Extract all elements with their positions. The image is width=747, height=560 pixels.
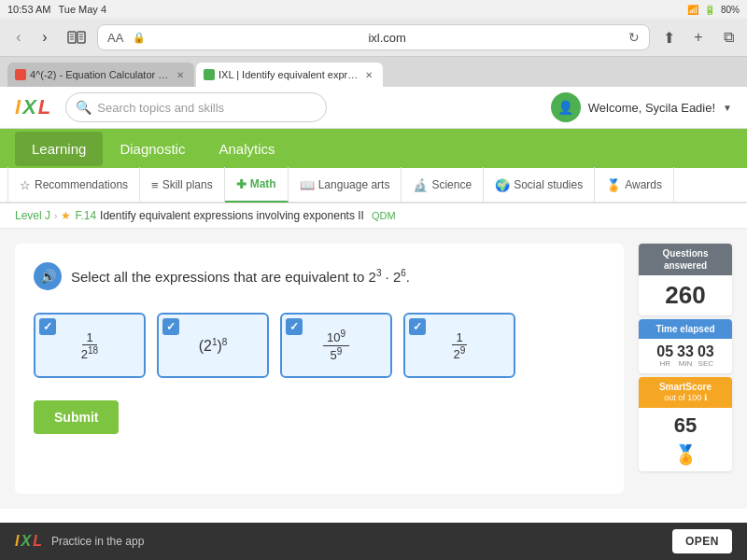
breadcrumb-sep-1: › xyxy=(54,211,57,221)
battery-level: 80% xyxy=(721,5,740,15)
fraction-1-num: 1 xyxy=(82,330,96,346)
choice-2[interactable]: ✓ (21)8 xyxy=(157,313,269,378)
choice-4-math: 1 29 xyxy=(450,329,470,363)
language-arts-icon: 📖 xyxy=(300,178,315,192)
browser-nav-buttons: ‹ › xyxy=(7,26,56,49)
tab-ixl-label: IXL | Identify equivalent expressions in… xyxy=(218,69,359,80)
breadcrumb-skill-id[interactable]: F.14 xyxy=(75,209,96,222)
smartscore-sublabel: out of 100 ℹ xyxy=(644,393,726,404)
open-button[interactable]: OPEN xyxy=(672,529,732,553)
choice-1[interactable]: ✓ 1 218 xyxy=(34,313,146,378)
question-area: 🔊 Select all the expressions that are eq… xyxy=(15,244,624,494)
nav-learning[interactable]: Learning xyxy=(15,132,103,166)
breadcrumb: Level J › ★ F.14 Identify equivalent exp… xyxy=(0,203,747,229)
bottom-practice-text: Practice in the app xyxy=(51,535,144,548)
subnav-language-arts-label: Language arts xyxy=(318,178,390,191)
subnav-skill-plans-label: Skill plans xyxy=(162,178,213,191)
social-studies-icon: 🌍 xyxy=(495,178,510,192)
refresh-icon[interactable]: ↻ xyxy=(628,30,640,45)
subnav-language-arts[interactable]: 📖 Language arts xyxy=(289,167,402,203)
status-bar-right: 📶 🔋 80% xyxy=(687,5,740,15)
time-elapsed-row: 05 HR 33 MIN 03 SEC xyxy=(639,339,732,373)
breadcrumb-skill-name: Identify equivalent expressions involvin… xyxy=(100,209,364,222)
nav-analytics[interactable]: Analytics xyxy=(202,132,291,166)
skill-plans-icon: ≡ xyxy=(151,178,159,192)
questions-answered-box: Questions answered 260 xyxy=(639,244,732,315)
forward-button[interactable]: › xyxy=(34,26,56,49)
smartscore-value: 65 xyxy=(639,408,732,443)
tabs-button[interactable]: ⧉ xyxy=(717,26,740,49)
subnav-math[interactable]: ✚ Math xyxy=(225,167,289,203)
smartscore-label: SmartScore xyxy=(644,381,726,393)
choice-4-check: ✓ xyxy=(409,318,426,335)
back-button[interactable]: ‹ xyxy=(7,26,30,49)
tab-symbolab[interactable]: 4^(-2) - Equation Calculator - Symbolab … xyxy=(7,63,194,87)
breadcrumb-star-icon: ★ xyxy=(61,209,71,222)
choice-3[interactable]: ✓ 109 59 xyxy=(280,313,392,378)
lock-icon: 🔒 xyxy=(133,32,146,44)
smartscore-info-icon[interactable]: ℹ xyxy=(704,393,707,402)
questions-answered-value: 260 xyxy=(639,275,732,315)
time-seconds-value: 03 xyxy=(698,344,714,359)
search-icon: 🔍 xyxy=(76,100,92,115)
subnav-recommendations[interactable]: ☆ Recommendations xyxy=(7,167,140,203)
subnav-recommendations-label: Recommendations xyxy=(35,178,128,191)
recommendations-icon: ☆ xyxy=(20,178,31,192)
tab-ixl-close[interactable]: ✕ xyxy=(362,68,375,81)
choice-4[interactable]: ✓ 1 29 xyxy=(403,313,515,378)
nav-bar: Learning Diagnostic Analytics xyxy=(0,129,747,168)
battery-icon: 🔋 xyxy=(704,5,715,15)
fraction-3-den: 59 xyxy=(327,346,346,363)
bottom-bar: IXL Practice in the app OPEN xyxy=(0,523,747,560)
tab-symbolab-close[interactable]: ✕ xyxy=(174,68,187,81)
user-dropdown-arrow[interactable]: ▼ xyxy=(723,103,732,113)
subnav-awards[interactable]: 🏅 Awards xyxy=(595,167,674,203)
main-content: 🔊 Select all the expressions that are eq… xyxy=(0,229,747,509)
avatar-icon: 👤 xyxy=(557,100,573,115)
fraction-3-num: 109 xyxy=(323,329,349,346)
ixl-logo[interactable]: IXL xyxy=(15,95,50,119)
user-avatar: 👤 xyxy=(551,92,581,122)
address-bar[interactable]: AA 🔒 ixl.com ↻ xyxy=(97,24,650,50)
time-hours-label: HR xyxy=(659,359,670,368)
breadcrumb-level[interactable]: Level J xyxy=(15,209,50,222)
browser-chrome: ‹ › AA 🔒 ixl.com ↻ ⬆ + ⧉ xyxy=(0,19,747,57)
audio-button[interactable]: 🔊 xyxy=(34,262,62,290)
time-seconds: 03 SEC xyxy=(698,344,714,368)
share-button[interactable]: ⬆ xyxy=(657,26,680,49)
subnav-skill-plans[interactable]: ≡ Skill plans xyxy=(140,167,225,203)
logo-l: L xyxy=(38,95,50,119)
subnav-social-studies[interactable]: 🌍 Social studies xyxy=(484,167,595,203)
logo-x: X xyxy=(22,95,36,119)
time-elapsed-header: Time elapsed xyxy=(639,319,732,339)
symbolab-favicon xyxy=(15,69,26,80)
submit-button[interactable]: Submit xyxy=(34,400,119,434)
fraction-3: 109 59 xyxy=(323,329,349,363)
tab-ixl[interactable]: IXL | Identify equivalent expressions in… xyxy=(196,63,383,87)
trophy-icon: 🏅 xyxy=(639,443,732,471)
fraction-1-den: 218 xyxy=(78,345,102,362)
search-placeholder: Search topics and skills xyxy=(97,101,224,115)
ixl-favicon xyxy=(204,69,215,80)
subnav-awards-label: Awards xyxy=(625,178,662,191)
bottom-logo-i: I xyxy=(15,533,19,550)
time-hours-value: 05 xyxy=(656,344,673,359)
search-box[interactable]: 🔍 Search topics and skills xyxy=(65,92,327,122)
prompt-text: Select all the expressions that are equi… xyxy=(71,268,410,285)
fraction-4-den: 29 xyxy=(450,345,470,362)
time-minutes: 33 MIN xyxy=(677,344,694,368)
audio-icon-symbol: 🔊 xyxy=(40,269,56,284)
logo-i: I xyxy=(15,95,21,119)
choice-1-math: 1 218 xyxy=(78,329,102,363)
fraction-4-num: 1 xyxy=(452,330,466,346)
nav-diagnostic[interactable]: Diagnostic xyxy=(103,132,202,166)
user-area: 👤 Welcome, Sycila Eadie! ▼ xyxy=(551,92,732,122)
choice-2-check: ✓ xyxy=(162,318,179,335)
text-size-aa: AA xyxy=(107,31,123,45)
status-bar-left: 10:53 AM Tue May 4 xyxy=(7,4,106,15)
add-tab-button[interactable]: + xyxy=(687,26,710,49)
subnav-science[interactable]: 🔬 Science xyxy=(402,167,484,203)
smartscore-box: SmartScore out of 100 ℹ 65 🏅 xyxy=(639,377,732,471)
sub-nav: ☆ Recommendations ≡ Skill plans ✚ Math 📖… xyxy=(0,168,747,203)
smartscore-header: SmartScore out of 100 ℹ xyxy=(639,377,732,408)
